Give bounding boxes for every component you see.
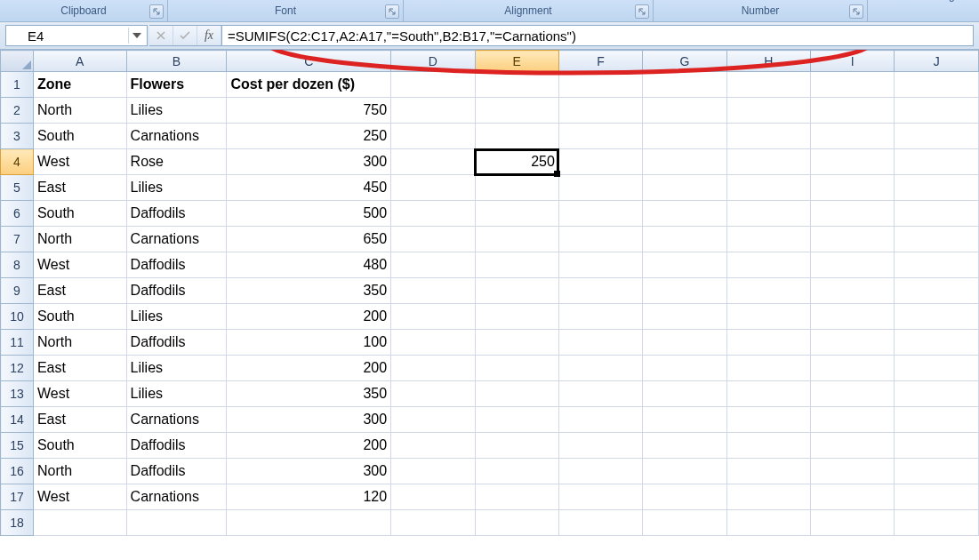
cell-D7[interactable]: [391, 227, 475, 252]
cell-E15[interactable]: [475, 433, 558, 459]
cell-D5[interactable]: [391, 175, 475, 201]
cell-E7[interactable]: [475, 227, 558, 252]
cell-I2[interactable]: [811, 98, 895, 124]
cell-C9[interactable]: 350: [227, 278, 391, 304]
cell-C16[interactable]: 300: [227, 459, 391, 484]
cell-F6[interactable]: [558, 201, 642, 227]
cell-F9[interactable]: [558, 278, 642, 304]
cell-G18[interactable]: [643, 510, 726, 536]
cell-A16[interactable]: North: [33, 459, 126, 484]
cell-D2[interactable]: [391, 98, 475, 124]
row-header-7[interactable]: 7: [1, 227, 34, 252]
cell-B3[interactable]: Carnations: [126, 124, 227, 149]
cell-G8[interactable]: [643, 252, 726, 278]
cell-B11[interactable]: Daffodils: [126, 330, 227, 356]
cell-A12[interactable]: East: [33, 356, 126, 381]
cell-J12[interactable]: [895, 356, 979, 381]
cell-H4[interactable]: [726, 149, 810, 175]
cell-C11[interactable]: 100: [227, 330, 391, 356]
cell-F10[interactable]: [558, 304, 642, 330]
cell-F18[interactable]: [558, 510, 642, 536]
cell-A18[interactable]: [33, 510, 126, 536]
col-header-H[interactable]: H: [726, 51, 810, 72]
cell-H2[interactable]: [726, 98, 810, 124]
row-header-3[interactable]: 3: [1, 124, 34, 149]
cell-I5[interactable]: [811, 175, 895, 201]
cell-I16[interactable]: [811, 459, 895, 484]
cell-G5[interactable]: [643, 175, 726, 201]
cell-D10[interactable]: [391, 304, 475, 330]
cell-J3[interactable]: [895, 124, 979, 149]
cell-C4[interactable]: 300: [227, 149, 391, 175]
row-header-16[interactable]: 16: [1, 459, 34, 484]
cell-C3[interactable]: 250: [227, 124, 391, 149]
cell-I13[interactable]: [811, 381, 895, 407]
cell-E10[interactable]: [475, 304, 558, 330]
cell-C13[interactable]: 350: [227, 381, 391, 407]
cell-J8[interactable]: [895, 252, 979, 278]
cell-A6[interactable]: South: [33, 201, 126, 227]
cell-D1[interactable]: [391, 72, 475, 98]
cell-H10[interactable]: [726, 304, 810, 330]
cell-B4[interactable]: Rose: [126, 149, 227, 175]
cell-A13[interactable]: West: [33, 381, 126, 407]
cell-G3[interactable]: [643, 124, 726, 149]
cell-C7[interactable]: 650: [227, 227, 391, 252]
cell-C12[interactable]: 200: [227, 356, 391, 381]
cell-B12[interactable]: Lilies: [126, 356, 227, 381]
cell-J6[interactable]: [895, 201, 979, 227]
row-header-6[interactable]: 6: [1, 201, 34, 227]
cell-B6[interactable]: Daffodils: [126, 201, 227, 227]
row-header-15[interactable]: 15: [1, 433, 34, 459]
fill-handle[interactable]: [554, 171, 560, 177]
cell-I4[interactable]: [811, 149, 895, 175]
cell-D14[interactable]: [391, 407, 475, 433]
cell-F3[interactable]: [558, 124, 642, 149]
cell-F4[interactable]: [558, 149, 642, 175]
row-header-12[interactable]: 12: [1, 356, 34, 381]
cell-A10[interactable]: South: [33, 304, 126, 330]
cell-F14[interactable]: [558, 407, 642, 433]
cell-H12[interactable]: [726, 356, 810, 381]
cell-A8[interactable]: West: [33, 252, 126, 278]
cell-B5[interactable]: Lilies: [126, 175, 227, 201]
cell-I17[interactable]: [811, 484, 895, 510]
col-header-C[interactable]: C: [227, 51, 391, 72]
name-box[interactable]: E4: [5, 25, 148, 46]
cell-D6[interactable]: [391, 201, 475, 227]
cell-G2[interactable]: [643, 98, 726, 124]
cell-G9[interactable]: [643, 278, 726, 304]
cell-D17[interactable]: [391, 484, 475, 510]
col-header-B[interactable]: B: [126, 51, 227, 72]
cell-E11[interactable]: [475, 330, 558, 356]
cell-F7[interactable]: [558, 227, 642, 252]
cell-C17[interactable]: 120: [227, 484, 391, 510]
cell-D9[interactable]: [391, 278, 475, 304]
cell-A9[interactable]: East: [33, 278, 126, 304]
cell-F11[interactable]: [558, 330, 642, 356]
cell-I14[interactable]: [811, 407, 895, 433]
cell-F16[interactable]: [558, 459, 642, 484]
cell-G7[interactable]: [643, 227, 726, 252]
cell-G4[interactable]: [643, 149, 726, 175]
row-header-14[interactable]: 14: [1, 407, 34, 433]
cell-J1[interactable]: [895, 72, 979, 98]
cell-H16[interactable]: [726, 459, 810, 484]
cell-B9[interactable]: Daffodils: [126, 278, 227, 304]
cell-B2[interactable]: Lilies: [126, 98, 227, 124]
cell-E17[interactable]: [475, 484, 558, 510]
cell-F2[interactable]: [558, 98, 642, 124]
row-header-17[interactable]: 17: [1, 484, 34, 510]
col-header-I[interactable]: I: [811, 51, 895, 72]
cancel-formula-button[interactable]: [149, 26, 173, 45]
cell-F8[interactable]: [558, 252, 642, 278]
cell-H6[interactable]: [726, 201, 810, 227]
cell-D8[interactable]: [391, 252, 475, 278]
cell-I12[interactable]: [811, 356, 895, 381]
dialog-launcher[interactable]: [385, 4, 399, 19]
enter-formula-button[interactable]: [173, 26, 197, 45]
cell-J11[interactable]: [895, 330, 979, 356]
cell-B13[interactable]: Lilies: [126, 381, 227, 407]
col-header-D[interactable]: D: [391, 51, 475, 72]
cell-C8[interactable]: 480: [227, 252, 391, 278]
